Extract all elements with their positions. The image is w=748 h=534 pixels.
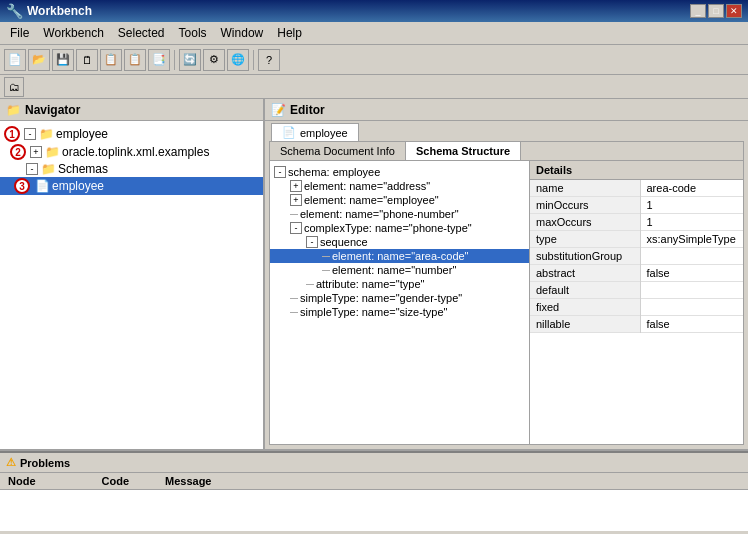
menu-selected[interactable]: Selected — [112, 24, 171, 42]
details-value: xs:anySimpleType — [640, 231, 743, 248]
open-button[interactable]: 📂 — [28, 49, 50, 71]
tree-item-employee[interactable]: 1 - 📁 employee — [0, 125, 263, 143]
details-row: namearea-code — [530, 180, 743, 197]
toolbar-sep1 — [174, 50, 175, 70]
folder-icon-oracle: 📁 — [44, 145, 60, 159]
editor-icon: 📝 — [271, 103, 286, 117]
title-bar-title: 🔧 Workbench — [6, 3, 92, 19]
toolbar: 📄 📂 💾 🗒 📋 📋 📑 🔄 ⚙ 🌐 ? — [0, 45, 748, 75]
title-bar: 🔧 Workbench _ □ ✕ — [0, 0, 748, 22]
schema-expander-phone-type[interactable]: - — [290, 222, 302, 234]
schema-gender-type[interactable]: simpleType: name="gender-type" — [270, 291, 529, 305]
schema-area-code[interactable]: element: name="area-code" — [270, 249, 529, 263]
details-key: fixed — [530, 299, 640, 316]
tree-item-employee-schema[interactable]: 3 📄 employee — [0, 177, 263, 195]
maximize-button[interactable]: □ — [708, 4, 724, 18]
close-button[interactable]: ✕ — [726, 4, 742, 18]
schema-root[interactable]: - schema: employee — [270, 165, 529, 179]
menu-file[interactable]: File — [4, 24, 35, 42]
schema-tree: - schema: employee + element: name="addr… — [270, 161, 530, 444]
tab-schema-structure[interactable]: Schema Structure — [406, 142, 521, 160]
menu-help[interactable]: Help — [271, 24, 308, 42]
schema-expander-sequence[interactable]: - — [306, 236, 318, 248]
details-row: fixed — [530, 299, 743, 316]
details-value: area-code — [640, 180, 743, 197]
schema-line-type — [306, 284, 314, 285]
details-value: false — [640, 265, 743, 282]
details-row: abstractfalse — [530, 265, 743, 282]
editor-panel: 📝 Editor 📄 employee Schema Document Info… — [265, 99, 748, 451]
expander-schemas[interactable]: - — [26, 163, 38, 175]
tb-btn6[interactable]: 📋 — [124, 49, 146, 71]
schema-line-area — [322, 256, 330, 257]
schema-line — [290, 214, 298, 215]
editor-header: 📝 Editor — [265, 99, 748, 121]
editor-content: Schema Document Info Schema Structure - … — [269, 141, 744, 445]
schema-body: - schema: employee + element: name="addr… — [270, 161, 743, 444]
warning-icon: ⚠ — [6, 456, 16, 469]
schema-phone-number[interactable]: element: name="phone-number" — [270, 207, 529, 221]
details-value: 1 — [640, 214, 743, 231]
navigator-header: 📁 Navigator — [0, 99, 263, 121]
details-row: nillablefalse — [530, 316, 743, 333]
schema-employee-elem[interactable]: + element: name="employee" — [270, 193, 529, 207]
tb2-btn1[interactable]: 🗂 — [4, 77, 24, 97]
network-button[interactable]: 🌐 — [227, 49, 249, 71]
schema-line-number — [322, 270, 330, 271]
details-value: false — [640, 316, 743, 333]
schema-expander-address[interactable]: + — [290, 180, 302, 192]
schema-phone-type[interactable]: - complexType: name="phone-type" — [270, 221, 529, 235]
details-key: substitutionGroup — [530, 248, 640, 265]
help-button[interactable]: ? — [258, 49, 280, 71]
details-row: default — [530, 282, 743, 299]
tab-icon: 📄 — [282, 126, 296, 139]
problems-content — [0, 490, 748, 531]
details-key: nillable — [530, 316, 640, 333]
refresh-button[interactable]: 🔄 — [179, 49, 201, 71]
schema-line-gender — [290, 298, 298, 299]
tb-btn7[interactable]: 📑 — [148, 49, 170, 71]
schema-address[interactable]: + element: name="address" — [270, 179, 529, 193]
toolbar-sep2 — [253, 50, 254, 70]
menu-tools[interactable]: Tools — [173, 24, 213, 42]
details-panel: Details namearea-codeminOccurs1maxOccurs… — [530, 161, 743, 444]
expander-employee[interactable]: - — [24, 128, 36, 140]
details-header: Details — [530, 161, 743, 180]
tab-schema-doc-info[interactable]: Schema Document Info — [270, 142, 406, 160]
schema-type-attr[interactable]: attribute: name="type" — [270, 277, 529, 291]
title-bar-controls: _ □ ✕ — [690, 4, 742, 18]
schema-expander-root[interactable]: - — [274, 166, 286, 178]
save-button[interactable]: 💾 — [52, 49, 74, 71]
schema-sequence[interactable]: - sequence — [270, 235, 529, 249]
tb-btn4[interactable]: 🗒 — [76, 49, 98, 71]
expander-oracle[interactable]: + — [30, 146, 42, 158]
problems-header: ⚠ Problems — [0, 453, 748, 473]
schema-size-type[interactable]: simpleType: name="size-type" — [270, 305, 529, 319]
details-row: typexs:anySimpleType — [530, 231, 743, 248]
tab-employee[interactable]: 📄 employee — [271, 123, 359, 141]
details-key: default — [530, 282, 640, 299]
content-tabs: Schema Document Info Schema Structure — [270, 142, 743, 161]
menu-workbench[interactable]: Workbench — [37, 24, 109, 42]
schema-expander-employee[interactable]: + — [290, 194, 302, 206]
schema-number[interactable]: element: name="number" — [270, 263, 529, 277]
new-button[interactable]: 📄 — [4, 49, 26, 71]
problems-columns: Node Code Message — [0, 473, 748, 490]
details-value — [640, 282, 743, 299]
settings-button[interactable]: ⚙ — [203, 49, 225, 71]
details-row: substitutionGroup — [530, 248, 743, 265]
editor-tab-bar: 📄 employee — [265, 121, 748, 141]
tree-item-schemas[interactable]: - 📁 Schemas — [0, 161, 263, 177]
navigator-folder-icon: 📁 — [6, 103, 21, 117]
tb-btn5[interactable]: 📋 — [100, 49, 122, 71]
folder-icon-employee: 📁 — [38, 127, 54, 141]
app-icon: 🔧 — [6, 3, 23, 19]
label-1: 1 — [4, 126, 20, 142]
folder-icon-schemas: 📁 — [40, 162, 56, 176]
tree-item-oracle[interactable]: 2 + 📁 oracle.toplink.xml.examples — [0, 143, 263, 161]
details-key: type — [530, 231, 640, 248]
menu-window[interactable]: Window — [215, 24, 270, 42]
minimize-button[interactable]: _ — [690, 4, 706, 18]
problems-col-node: Node — [0, 473, 44, 489]
problems-col-message: Message — [157, 473, 219, 489]
